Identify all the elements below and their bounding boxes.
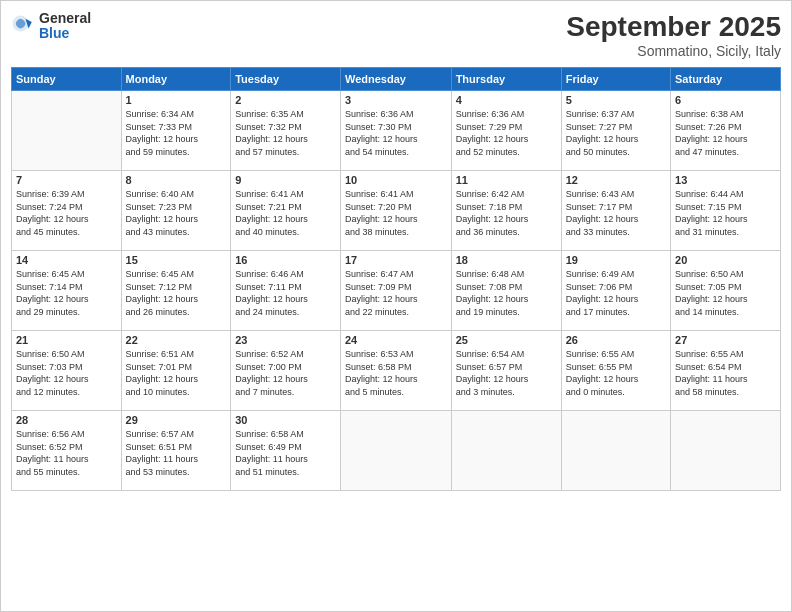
table-row: 25Sunrise: 6:54 AM Sunset: 6:57 PM Dayli… [451,331,561,411]
table-row: 21Sunrise: 6:50 AM Sunset: 7:03 PM Dayli… [12,331,122,411]
day-number: 26 [566,334,666,346]
table-row: 23Sunrise: 6:52 AM Sunset: 7:00 PM Dayli… [231,331,341,411]
location: Sommatino, Sicily, Italy [566,43,781,59]
col-friday: Friday [561,68,670,91]
day-info: Sunrise: 6:37 AM Sunset: 7:27 PM Dayligh… [566,108,666,158]
day-info: Sunrise: 6:49 AM Sunset: 7:06 PM Dayligh… [566,268,666,318]
day-number: 25 [456,334,557,346]
table-row: 16Sunrise: 6:46 AM Sunset: 7:11 PM Dayli… [231,251,341,331]
calendar-week-row: 21Sunrise: 6:50 AM Sunset: 7:03 PM Dayli… [12,331,781,411]
day-info: Sunrise: 6:36 AM Sunset: 7:30 PM Dayligh… [345,108,447,158]
logo-text: General Blue [39,11,91,42]
day-number: 14 [16,254,117,266]
day-number: 16 [235,254,336,266]
day-info: Sunrise: 6:45 AM Sunset: 7:14 PM Dayligh… [16,268,117,318]
table-row: 22Sunrise: 6:51 AM Sunset: 7:01 PM Dayli… [121,331,231,411]
logo-general: General [39,11,91,26]
day-number: 20 [675,254,776,266]
col-wednesday: Wednesday [340,68,451,91]
day-info: Sunrise: 6:44 AM Sunset: 7:15 PM Dayligh… [675,188,776,238]
table-row: 17Sunrise: 6:47 AM Sunset: 7:09 PM Dayli… [340,251,451,331]
logo-icon [11,14,35,38]
day-info: Sunrise: 6:46 AM Sunset: 7:11 PM Dayligh… [235,268,336,318]
day-info: Sunrise: 6:39 AM Sunset: 7:24 PM Dayligh… [16,188,117,238]
table-row: 15Sunrise: 6:45 AM Sunset: 7:12 PM Dayli… [121,251,231,331]
day-number: 2 [235,94,336,106]
table-row: 27Sunrise: 6:55 AM Sunset: 6:54 PM Dayli… [671,331,781,411]
table-row: 28Sunrise: 6:56 AM Sunset: 6:52 PM Dayli… [12,411,122,491]
day-number: 3 [345,94,447,106]
day-info: Sunrise: 6:55 AM Sunset: 6:54 PM Dayligh… [675,348,776,398]
day-number: 1 [126,94,227,106]
day-number: 21 [16,334,117,346]
day-info: Sunrise: 6:50 AM Sunset: 7:05 PM Dayligh… [675,268,776,318]
day-number: 19 [566,254,666,266]
day-info: Sunrise: 6:56 AM Sunset: 6:52 PM Dayligh… [16,428,117,478]
table-row: 7Sunrise: 6:39 AM Sunset: 7:24 PM Daylig… [12,171,122,251]
calendar-week-row: 1Sunrise: 6:34 AM Sunset: 7:33 PM Daylig… [12,91,781,171]
day-number: 24 [345,334,447,346]
calendar-page: General Blue September 2025 Sommatino, S… [0,0,792,612]
day-number: 27 [675,334,776,346]
col-thursday: Thursday [451,68,561,91]
day-info: Sunrise: 6:35 AM Sunset: 7:32 PM Dayligh… [235,108,336,158]
title-block: September 2025 Sommatino, Sicily, Italy [566,11,781,59]
day-number: 13 [675,174,776,186]
table-row: 2Sunrise: 6:35 AM Sunset: 7:32 PM Daylig… [231,91,341,171]
logo: General Blue [11,11,91,42]
col-sunday: Sunday [12,68,122,91]
table-row: 9Sunrise: 6:41 AM Sunset: 7:21 PM Daylig… [231,171,341,251]
table-row: 8Sunrise: 6:40 AM Sunset: 7:23 PM Daylig… [121,171,231,251]
table-row: 1Sunrise: 6:34 AM Sunset: 7:33 PM Daylig… [121,91,231,171]
calendar-header-row: Sunday Monday Tuesday Wednesday Thursday… [12,68,781,91]
day-number: 9 [235,174,336,186]
day-number: 11 [456,174,557,186]
table-row [12,91,122,171]
day-info: Sunrise: 6:34 AM Sunset: 7:33 PM Dayligh… [126,108,227,158]
calendar-week-row: 7Sunrise: 6:39 AM Sunset: 7:24 PM Daylig… [12,171,781,251]
table-row: 20Sunrise: 6:50 AM Sunset: 7:05 PM Dayli… [671,251,781,331]
day-number: 7 [16,174,117,186]
table-row: 14Sunrise: 6:45 AM Sunset: 7:14 PM Dayli… [12,251,122,331]
day-info: Sunrise: 6:43 AM Sunset: 7:17 PM Dayligh… [566,188,666,238]
table-row [451,411,561,491]
table-row: 29Sunrise: 6:57 AM Sunset: 6:51 PM Dayli… [121,411,231,491]
day-info: Sunrise: 6:58 AM Sunset: 6:49 PM Dayligh… [235,428,336,478]
header: General Blue September 2025 Sommatino, S… [11,11,781,59]
col-tuesday: Tuesday [231,68,341,91]
day-number: 6 [675,94,776,106]
day-number: 18 [456,254,557,266]
table-row: 10Sunrise: 6:41 AM Sunset: 7:20 PM Dayli… [340,171,451,251]
table-row: 6Sunrise: 6:38 AM Sunset: 7:26 PM Daylig… [671,91,781,171]
table-row: 18Sunrise: 6:48 AM Sunset: 7:08 PM Dayli… [451,251,561,331]
day-info: Sunrise: 6:52 AM Sunset: 7:00 PM Dayligh… [235,348,336,398]
day-info: Sunrise: 6:50 AM Sunset: 7:03 PM Dayligh… [16,348,117,398]
day-info: Sunrise: 6:55 AM Sunset: 6:55 PM Dayligh… [566,348,666,398]
day-info: Sunrise: 6:53 AM Sunset: 6:58 PM Dayligh… [345,348,447,398]
table-row: 13Sunrise: 6:44 AM Sunset: 7:15 PM Dayli… [671,171,781,251]
table-row: 26Sunrise: 6:55 AM Sunset: 6:55 PM Dayli… [561,331,670,411]
table-row: 12Sunrise: 6:43 AM Sunset: 7:17 PM Dayli… [561,171,670,251]
day-info: Sunrise: 6:36 AM Sunset: 7:29 PM Dayligh… [456,108,557,158]
logo-blue: Blue [39,26,91,41]
calendar-week-row: 28Sunrise: 6:56 AM Sunset: 6:52 PM Dayli… [12,411,781,491]
day-info: Sunrise: 6:42 AM Sunset: 7:18 PM Dayligh… [456,188,557,238]
day-info: Sunrise: 6:40 AM Sunset: 7:23 PM Dayligh… [126,188,227,238]
day-info: Sunrise: 6:57 AM Sunset: 6:51 PM Dayligh… [126,428,227,478]
table-row: 19Sunrise: 6:49 AM Sunset: 7:06 PM Dayli… [561,251,670,331]
day-number: 5 [566,94,666,106]
day-info: Sunrise: 6:51 AM Sunset: 7:01 PM Dayligh… [126,348,227,398]
day-number: 10 [345,174,447,186]
table-row [561,411,670,491]
table-row: 5Sunrise: 6:37 AM Sunset: 7:27 PM Daylig… [561,91,670,171]
day-info: Sunrise: 6:47 AM Sunset: 7:09 PM Dayligh… [345,268,447,318]
day-info: Sunrise: 6:41 AM Sunset: 7:21 PM Dayligh… [235,188,336,238]
month-title: September 2025 [566,11,781,43]
day-number: 30 [235,414,336,426]
table-row: 4Sunrise: 6:36 AM Sunset: 7:29 PM Daylig… [451,91,561,171]
table-row [671,411,781,491]
day-number: 29 [126,414,227,426]
table-row: 11Sunrise: 6:42 AM Sunset: 7:18 PM Dayli… [451,171,561,251]
col-monday: Monday [121,68,231,91]
day-number: 22 [126,334,227,346]
